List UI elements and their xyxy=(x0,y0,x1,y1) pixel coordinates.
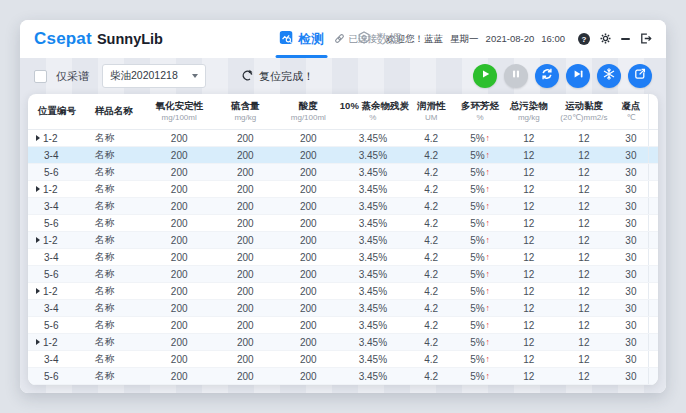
data-cell: 4.2 xyxy=(406,130,456,147)
alert-up-arrow-icon: ↑ xyxy=(486,218,490,228)
scroll-strip-cell xyxy=(648,334,658,351)
data-cell: 名称 xyxy=(85,130,145,147)
data-cell: 3.45% xyxy=(340,181,406,198)
help-icon[interactable]: ? xyxy=(578,33,590,45)
table-row[interactable]: 1-2名称2002002003.45%4.25%↑121230 xyxy=(28,283,658,300)
table-row[interactable]: 1-2名称2002002003.45%4.25%↑121230 xyxy=(28,181,658,198)
tab-data[interactable]: 数据 xyxy=(358,20,402,58)
data-cell: 12 xyxy=(504,283,554,300)
position-cell: 3-4 xyxy=(28,147,85,164)
column-header-10[interactable]: 凝点℃ xyxy=(614,94,649,130)
action-buttons xyxy=(473,64,652,88)
expand-marker-icon xyxy=(36,186,40,192)
data-cell: 12 xyxy=(504,181,554,198)
minimize-icon[interactable] xyxy=(621,38,630,40)
position-cell: 5-6 xyxy=(28,368,85,385)
data-cell: 3.45% xyxy=(340,368,406,385)
column-header-3[interactable]: 硫含量mg/kg xyxy=(214,94,277,130)
alert-up-arrow-icon: ↑ xyxy=(486,201,490,211)
alert-up-arrow-icon: ↑ xyxy=(486,269,490,279)
freeze-button[interactable] xyxy=(597,64,621,88)
acquire-only-checkbox[interactable] xyxy=(34,70,47,83)
data-cell: 200 xyxy=(214,164,277,181)
data-cell: 200 xyxy=(214,215,277,232)
export-button[interactable] xyxy=(628,64,652,88)
data-cell: 5%↑ xyxy=(456,249,503,266)
data-cell: 名称 xyxy=(85,181,145,198)
column-header-4[interactable]: 酸度mg/100ml xyxy=(277,94,340,130)
data-cell: 200 xyxy=(214,232,277,249)
column-header-5[interactable]: 10% 蒸余物残炭% xyxy=(340,94,406,130)
sync-button[interactable] xyxy=(535,64,559,88)
table-row[interactable]: 1-2名称2002002003.45%4.25%↑121230 xyxy=(28,130,658,147)
data-cell: 200 xyxy=(145,232,214,249)
data-cell: 30 xyxy=(614,130,649,147)
data-cell: 12 xyxy=(504,266,554,283)
export-icon xyxy=(633,67,647,85)
data-cell: 名称 xyxy=(85,147,145,164)
data-cell: 3.45% xyxy=(340,215,406,232)
data-cell: 12 xyxy=(504,300,554,317)
pause-button[interactable] xyxy=(504,64,528,88)
data-cell: 12 xyxy=(504,232,554,249)
data-cell: 200 xyxy=(277,198,340,215)
table-row[interactable]: 1-2名称2002002003.45%4.25%↑121230 xyxy=(28,334,658,351)
table-row[interactable]: 3-4名称2002002003.45%4.25%↑121230 xyxy=(28,351,658,368)
sample-select[interactable]: 柴油20201218 xyxy=(102,64,206,88)
table-row[interactable]: 1-2名称2002002003.45%4.25%↑121230 xyxy=(28,232,658,249)
data-cell: 200 xyxy=(145,351,214,368)
scroll-strip-header xyxy=(648,94,658,130)
data-cell: 200 xyxy=(277,266,340,283)
data-cell: 3.45% xyxy=(340,351,406,368)
data-cell: 4.2 xyxy=(406,368,456,385)
data-cell: 200 xyxy=(277,351,340,368)
data-cell: 名称 xyxy=(85,300,145,317)
table-row[interactable]: 3-4名称2002002003.45%4.25%↑121230 xyxy=(28,300,658,317)
column-header-6[interactable]: 润滑性UM xyxy=(406,94,456,130)
start-button[interactable] xyxy=(473,64,497,88)
data-cell: 名称 xyxy=(85,266,145,283)
table-row[interactable]: 5-6名称2002002003.45%4.25%↑121230 xyxy=(28,317,658,334)
position-cell: 1-2 xyxy=(28,181,85,198)
column-header-8[interactable]: 总污染物mg/kg xyxy=(504,94,554,130)
data-cell: 200 xyxy=(277,334,340,351)
table-row[interactable]: 5-6名称2002002003.45%4.25%↑121230 xyxy=(28,164,658,181)
data-cell: 200 xyxy=(214,300,277,317)
column-header-1[interactable]: 样品名称 xyxy=(85,94,145,130)
logout-icon[interactable] xyxy=(639,32,652,47)
data-cell: 4.2 xyxy=(406,317,456,334)
data-cell: 200 xyxy=(145,147,214,164)
column-header-9[interactable]: 运动黏度(20℃)mm2/s xyxy=(554,94,614,130)
column-header-2[interactable]: 氧化安定性mg/100ml xyxy=(145,94,214,130)
position-cell: 1-2 xyxy=(28,232,85,249)
tab-detection[interactable]: 检测 xyxy=(280,20,324,58)
table-row[interactable]: 5-6名称2002002003.45%4.25%↑121230 xyxy=(28,266,658,283)
data-cell: 12 xyxy=(554,215,614,232)
data-cell: 12 xyxy=(504,317,554,334)
data-cell: 12 xyxy=(554,198,614,215)
table-row[interactable]: 5-6名称2002002003.45%4.25%↑121230 xyxy=(28,215,658,232)
data-cell: 5%↑ xyxy=(456,300,503,317)
column-header-7[interactable]: 多环芳烃% xyxy=(456,94,503,130)
data-cell: 200 xyxy=(145,317,214,334)
refresh-icon[interactable] xyxy=(241,69,254,84)
data-cell: 200 xyxy=(145,198,214,215)
settings-gear-icon[interactable] xyxy=(599,32,612,47)
data-cell: 30 xyxy=(614,215,649,232)
data-cell: 12 xyxy=(554,283,614,300)
data-cell: 200 xyxy=(214,147,277,164)
table-row[interactable]: 3-4名称2002002003.45%4.25%↑121230 xyxy=(28,249,658,266)
data-cell: 5%↑ xyxy=(456,198,503,215)
column-header-0[interactable]: 位置编号 xyxy=(28,94,85,130)
sample-select-value: 柴油20201218 xyxy=(110,69,178,83)
table-row[interactable]: 5-6名称2002002003.45%4.25%↑121230 xyxy=(28,368,658,385)
expand-marker-icon xyxy=(36,288,40,294)
data-cell: 名称 xyxy=(85,164,145,181)
alert-up-arrow-icon: ↑ xyxy=(486,303,490,313)
data-cell: 200 xyxy=(145,249,214,266)
next-button[interactable] xyxy=(566,64,590,88)
weekday: 星期一 xyxy=(450,33,479,46)
table-row[interactable]: 3-4名称2002002003.45%4.25%↑121230 xyxy=(28,198,658,215)
table-row[interactable]: 3-4名称2002002003.45%4.25%↑121230 xyxy=(28,147,658,164)
data-cell: 名称 xyxy=(85,198,145,215)
